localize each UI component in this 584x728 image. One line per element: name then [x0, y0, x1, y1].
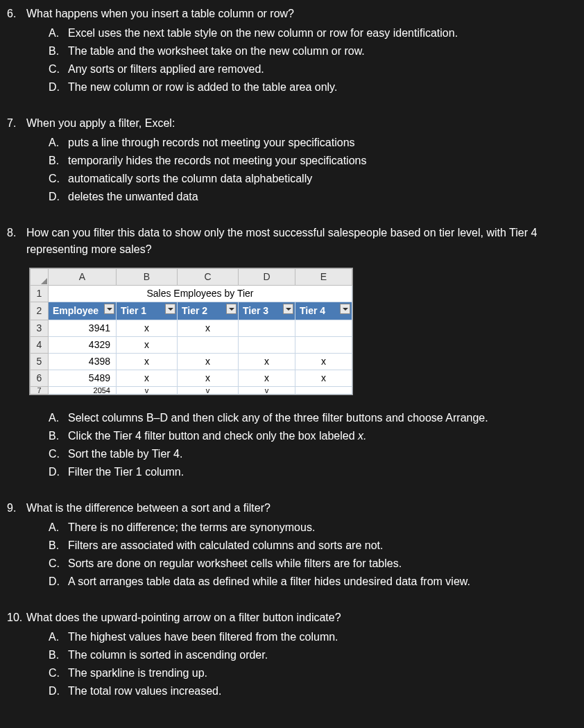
option-text: puts a line through records not meeting …: [68, 135, 577, 151]
option-label: B.: [49, 43, 68, 60]
col-header: C: [178, 269, 239, 286]
excel-grid: A B C D E 1 Sales Employees by Tier 2 Em…: [30, 268, 352, 395]
filter-dropdown-icon[interactable]: [283, 304, 293, 314]
question-7: 7. When you apply a filter, Excel: A.put…: [7, 115, 577, 205]
question-10: 10. What does the upward-pointing arrow …: [7, 609, 577, 700]
option-b: B.The column is sorted in ascending orde…: [49, 647, 577, 664]
question-text: When you apply a filter, Excel:: [26, 115, 577, 132]
filter-dropdown-icon[interactable]: [226, 304, 237, 314]
field-header-tier4: Tier 4: [295, 302, 352, 320]
option-label: B.: [49, 537, 68, 554]
option-text: The highest values have been filtered fr…: [68, 629, 577, 645]
option-text: The sparkline is trending up.: [68, 665, 577, 682]
option-d: D.Filter the Tier 1 column.: [49, 464, 577, 480]
option-label: C.: [49, 171, 68, 187]
option-b: B.Click the Tier 4 filter button and che…: [49, 428, 577, 444]
cell-tier2: x: [178, 354, 239, 370]
cell-tier1: x: [117, 354, 178, 370]
filter-dropdown-icon[interactable]: [104, 304, 114, 314]
cell-tier4: x: [295, 354, 352, 370]
option-label: A.: [49, 135, 68, 151]
question-text: What does the upward-pointing arrow on a…: [26, 609, 577, 626]
option-b: B.temporarily hides the records not meet…: [49, 153, 577, 169]
option-d: D.The new column or row is added to the …: [49, 79, 577, 96]
cell-tier3: [239, 337, 295, 354]
option-c: C.Any sorts or filters applied are remov…: [49, 61, 577, 78]
option-b: B.The table and the worksheet take on th…: [49, 43, 577, 60]
filter-dropdown-icon[interactable]: [340, 304, 350, 314]
option-text: The column is sorted in ascending order.: [68, 647, 577, 664]
cell-tier3: x: [239, 370, 295, 387]
cell-tier4: [295, 337, 352, 354]
option-c: C.Sort the table by Tier 4.: [49, 446, 577, 462]
field-header-label: Tier 1: [121, 305, 146, 316]
cell-tier1: v: [117, 387, 178, 395]
row-header: 7: [31, 387, 49, 395]
question-8: 8. How can you filter this data to show …: [7, 225, 577, 480]
option-a: A.There is no difference; the terms are …: [49, 519, 577, 536]
option-text: The table and the worksheet take on the …: [68, 43, 577, 60]
option-a: A.Excel uses the next table style on the…: [49, 25, 577, 42]
cell-tier2: x: [178, 370, 239, 387]
question-number: 6.: [7, 6, 26, 22]
option-text: The new column or row is added to the ta…: [68, 79, 577, 96]
question-number: 8.: [7, 225, 26, 241]
option-label: D.: [49, 464, 68, 480]
option-label: A.: [49, 410, 68, 426]
option-label: A.: [49, 25, 68, 42]
question-number: 7.: [7, 115, 26, 132]
field-header-tier3: Tier 3: [239, 302, 295, 320]
question-number: 10.: [7, 609, 26, 626]
select-all-corner: [31, 269, 49, 286]
row-header: 2: [31, 302, 49, 320]
row-header: 1: [31, 286, 49, 302]
option-label: C.: [49, 61, 68, 78]
option-text: The total row values increased.: [68, 683, 577, 700]
option-b: B.Filters are associated with calculated…: [49, 537, 577, 554]
row-header: 5: [31, 354, 49, 370]
option-a: A.The highest values have been filtered …: [49, 629, 577, 645]
question-number: 9.: [7, 500, 26, 517]
cell-tier4: [295, 320, 352, 337]
cell-employee: 3941: [49, 320, 117, 337]
option-d: D.deletes the unwanted data: [49, 189, 577, 205]
option-d: D.A sort arranges table data as defined …: [49, 573, 577, 590]
cell-tier2: [178, 337, 239, 354]
option-a: A.Select columns B–D and then click any …: [49, 410, 577, 426]
option-label: B.: [49, 428, 68, 444]
option-c: C.The sparkline is trending up.: [49, 665, 577, 682]
option-label: C.: [49, 555, 68, 572]
option-text: Sorts are done on regular worksheet cell…: [68, 555, 577, 572]
cell-tier1: x: [117, 337, 178, 354]
option-label: C.: [49, 665, 68, 682]
cell-tier2: x: [178, 320, 239, 337]
cell-employee: 2054: [49, 387, 117, 395]
row-header: 6: [31, 370, 49, 387]
cell-tier1: x: [117, 370, 178, 387]
field-header-employee: Employee: [49, 302, 117, 320]
excel-screenshot: A B C D E 1 Sales Employees by Tier 2 Em…: [29, 268, 353, 395]
table-title-cell: Sales Employees by Tier: [49, 286, 352, 302]
option-text: deletes the unwanted data: [68, 189, 577, 205]
field-header-tier1: Tier 1: [117, 302, 178, 320]
option-label: D.: [49, 573, 68, 590]
option-text: Sort the table by Tier 4.: [68, 446, 577, 462]
cell-employee: 4398: [49, 354, 117, 370]
cell-tier1: x: [117, 320, 178, 337]
field-header-tier2: Tier 2: [178, 302, 239, 320]
question-text: How can you filter this data to show onl…: [26, 225, 577, 258]
option-label: D.: [49, 683, 68, 700]
question-text: What happens when you insert a table col…: [26, 6, 577, 22]
option-c: C.Sorts are done on regular worksheet ce…: [49, 555, 577, 572]
cell-tier3: v: [239, 387, 295, 395]
options-list: A.The highest values have been filtered …: [49, 629, 577, 700]
options-list: A.puts a line through records not meetin…: [49, 135, 577, 205]
option-text: temporarily hides the records not meetin…: [68, 153, 577, 169]
cell-tier3: x: [239, 354, 295, 370]
option-text: Select columns B–D and then click any of…: [68, 410, 577, 426]
option-a: A.puts a line through records not meetin…: [49, 135, 577, 151]
options-list: A.There is no difference; the terms are …: [49, 519, 577, 590]
option-label: C.: [49, 446, 68, 462]
filter-dropdown-icon[interactable]: [165, 304, 175, 314]
cell-tier4: x: [295, 370, 352, 387]
